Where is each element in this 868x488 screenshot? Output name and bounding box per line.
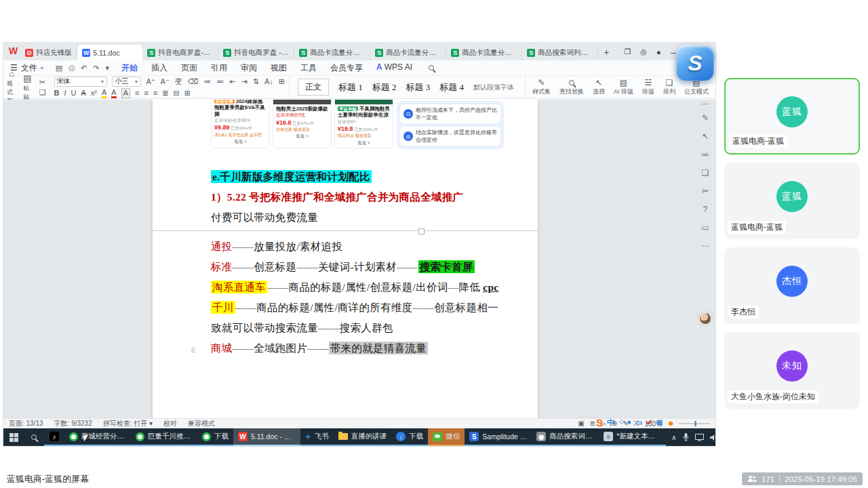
folder-window[interactable]: 直播的讲课	[334, 428, 392, 446]
ribbon-button[interactable]: ⌫	[188, 77, 199, 86]
paragraph-style-标题 1[interactable]: 标题 1	[338, 81, 363, 94]
ribbon-button[interactable]: A	[111, 88, 116, 98]
paragraph-style-标题 4[interactable]: 标题 4	[439, 81, 464, 94]
view-mode-button[interactable]: ▣	[578, 420, 584, 428]
menu-tab-工具[interactable]: 工具	[294, 61, 323, 75]
ribbon-button[interactable]: A	[81, 89, 85, 98]
font-name-select[interactable]: 宋体 ▼	[54, 77, 108, 87]
search-icon[interactable]	[429, 65, 434, 70]
browser-tab[interactable]: S商品卡流量分析流量来源	[294, 45, 370, 60]
paragraph-style-标题 3[interactable]: 标题 3	[406, 81, 430, 94]
side-tool-button[interactable]: ?	[703, 205, 708, 214]
side-tool-button[interactable]: ❏	[702, 168, 709, 178]
ribbon-button[interactable]: A⁺	[146, 77, 155, 86]
browser-tab[interactable]: S抖音电商罗盘 - 成交…	[218, 45, 294, 60]
browser-window-1[interactable]: 商城经营分-…	[64, 428, 131, 446]
side-tool-button[interactable]: ⋯	[701, 241, 709, 251]
cut-icon[interactable]: ✂	[39, 78, 46, 87]
ribbon-button[interactable]: A⁻	[161, 77, 170, 86]
ribbon-tool-样式集[interactable]: ✎样式集	[532, 78, 551, 96]
ribbon-button[interactable]: ≔	[203, 77, 211, 86]
ribbon-button[interactable]: B	[54, 89, 60, 98]
account-icon[interactable]: ●	[656, 48, 661, 56]
wps-home-logo-icon[interactable]: W	[9, 45, 18, 58]
ribbon-button[interactable]: I	[64, 89, 66, 98]
menu-tab-WPS AI[interactable]: AWPS AI	[370, 61, 419, 75]
browser-tab[interactable]: S抖音电商罗盘-成交分析	[142, 45, 218, 60]
product-more-link[interactable]: 逛逛 >	[214, 139, 267, 144]
menu-tab-页面[interactable]: 页面	[174, 61, 204, 75]
browser-tab[interactable]: S商品搜索词列表_统计…	[522, 45, 598, 60]
feishu-app[interactable]: ✈飞书	[300, 428, 334, 446]
search-words-window[interactable]: ◉商品搜索词统…	[532, 428, 599, 446]
participant-tile[interactable]: 未知大鱼小鱼水族-岗位未知	[724, 332, 860, 409]
ribbon-button[interactable]: ≡	[144, 89, 148, 98]
format-painter-button[interactable]: ⌂ 格式刷	[3, 76, 20, 98]
paste-button[interactable]: ▤ 粘贴	[20, 76, 35, 98]
ribbon-button[interactable]: ≕	[216, 77, 224, 86]
browser-tab[interactable]: S商品卡流量分析流量来源	[370, 45, 446, 60]
ribbon-button[interactable]: A	[121, 88, 130, 98]
participant-tile[interactable]: 蓝狐蓝狐电商-蓝狐	[724, 163, 860, 239]
menu-tab-会员专享[interactable]: 会员专享	[323, 61, 370, 75]
restore-icon[interactable]: ❐	[624, 47, 631, 56]
paragraph-drag-handle[interactable]: ⠿	[191, 344, 196, 358]
taskbar-search[interactable]	[24, 428, 44, 446]
wechat-app[interactable]: 微信	[428, 428, 465, 446]
menu-tab-开始[interactable]: 开始	[115, 61, 144, 75]
zoom-slider[interactable]	[679, 423, 710, 424]
view-mode-button[interactable]: ≣	[590, 420, 595, 428]
font-size-select[interactable]: 小三 ▼	[112, 77, 141, 87]
browser-tab[interactable]: W5.11.doc	[77, 45, 142, 60]
samplitude-app[interactable]: SSamplitude P…	[465, 428, 532, 446]
participant-tile[interactable]: 杰恒李杰恒	[724, 247, 860, 324]
ribbon-button[interactable]: ⊟	[174, 89, 180, 98]
paragraph-style-正文[interactable]: 正文	[298, 79, 329, 96]
menu-tab-审阅[interactable]: 审阅	[234, 61, 264, 75]
ribbon-button[interactable]: U	[71, 89, 77, 98]
ribbon-button[interactable]: A	[102, 88, 106, 98]
ribbon-tool-AI 排版[interactable]: ▤AI 排版	[614, 78, 633, 96]
quick-icon[interactable]: ↶	[81, 64, 87, 73]
menu-tab-视图[interactable]: 视图	[264, 61, 294, 75]
side-tool-button[interactable]: ✂	[702, 186, 709, 196]
participant-tile[interactable]: 蓝狐蓝狐电商-蓝狐	[724, 78, 860, 155]
ribbon-button[interactable]: ⇅	[253, 77, 259, 86]
browser-extension-icon[interactable]: ◎	[640, 47, 647, 56]
ribbon-tool-排列[interactable]: ❏排列	[663, 78, 675, 96]
side-tool-button[interactable]: ✎	[702, 113, 709, 123]
wps-doc-window[interactable]: W5.11.doc - W…	[233, 428, 300, 446]
product-more-link[interactable]: 逛逛 >	[276, 134, 328, 139]
ribbon-button[interactable]: x²	[91, 89, 97, 98]
quick-icon[interactable]: ↷	[93, 64, 99, 73]
ribbon-button[interactable]: ⇥	[241, 77, 247, 86]
ribbon-button[interactable]: ≣	[162, 89, 168, 98]
ribbon-tool-选择[interactable]: ↖选择	[593, 78, 605, 96]
quick-icon[interactable]: ▾	[105, 64, 109, 73]
ribbon-button[interactable]: ⊞	[279, 77, 285, 86]
ribbon-button[interactable]: ⇤	[229, 77, 235, 86]
side-tool-button[interactable]: ↖	[702, 131, 709, 141]
status-item[interactable]: 兼容模式	[188, 419, 215, 428]
side-tool-button[interactable]: ≔	[701, 150, 709, 159]
ribbon-button[interactable]: A↓	[264, 77, 273, 86]
browser-tab[interactable]: S商品卡流量分析汇总-…	[446, 45, 522, 60]
ribbon-tool-排版[interactable]: ☱排版	[642, 78, 654, 96]
ribbon-button[interactable]: 变	[175, 77, 182, 86]
copy-icon[interactable]: ❏	[39, 88, 46, 97]
microphone-icon[interactable]	[683, 433, 689, 441]
product-more-link[interactable]: 逛逛 >	[338, 140, 390, 146]
quick-icon[interactable]: ⎙	[68, 64, 75, 73]
status-item[interactable]: 校对	[163, 419, 177, 428]
ribbon-button[interactable]: ≡	[153, 89, 157, 98]
quick-icon[interactable]: ▤	[56, 64, 62, 73]
display-icon[interactable]	[695, 434, 704, 441]
new-tab-button[interactable]: +	[598, 47, 614, 60]
download-app[interactable]: ↓下载	[391, 428, 428, 446]
ribbon-button[interactable]: ≡	[135, 89, 139, 98]
browser-window-2[interactable]: 巨量千川推荐…	[131, 428, 197, 446]
start-button[interactable]	[3, 428, 24, 446]
document-page[interactable]: 好价合集2024踩屎感拖鞋夏季男款EVA不臭脚近30天好价率96%¥9.89已售…	[153, 100, 538, 418]
paragraph-style-默认段落字体[interactable]: 默认段落字体	[473, 83, 514, 92]
side-tool-button[interactable]: ▭	[701, 223, 709, 232]
